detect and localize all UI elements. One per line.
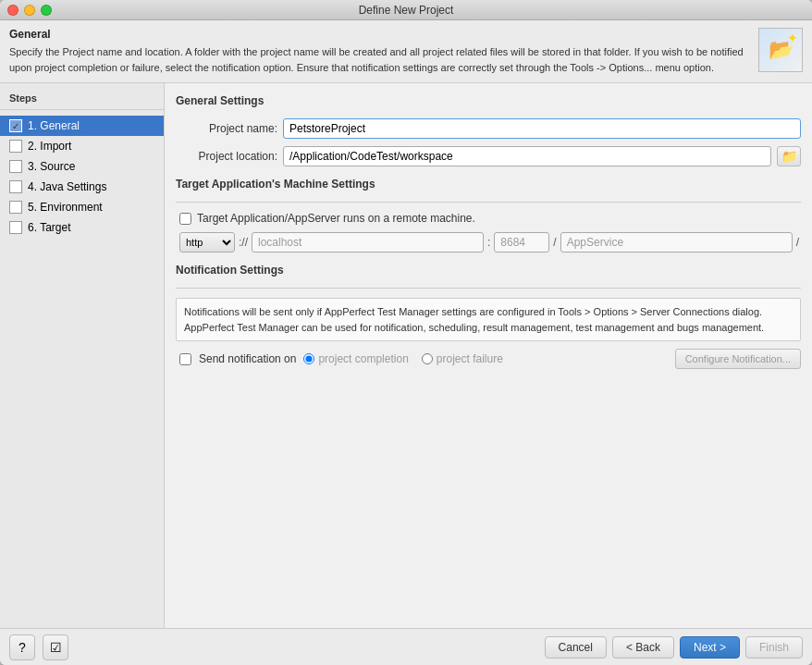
sidebar-title: Steps (0, 92, 164, 110)
notification-settings-title: Notification Settings (176, 264, 801, 278)
step-checkbox-import (9, 140, 22, 153)
target-settings-title: Target Application's Machine Settings (176, 178, 801, 192)
radio-completion-label: project completion (318, 352, 408, 365)
general-settings-title: General Settings (176, 94, 801, 109)
titlebar: Define New Project (0, 0, 812, 20)
footer: ? ☑ Cancel < Back Next > Finish (0, 628, 812, 665)
radio-failure[interactable] (422, 353, 433, 364)
radio-group: project completion project failure (303, 352, 502, 365)
main-content: Steps 1. General 2. Import 3. Source 4. … (0, 83, 812, 628)
browse-folder-button[interactable]: 📁 (777, 146, 801, 166)
info-heading: General (9, 28, 749, 41)
sidebar-item-general[interactable]: 1. General (0, 116, 164, 136)
port-input[interactable] (494, 232, 549, 252)
sidebar-item-java-settings[interactable]: 4. Java Settings (0, 177, 164, 197)
sparkle-icon: ✦ (787, 31, 798, 45)
url-row: http https :// : / / (176, 232, 801, 252)
project-name-row: Project name: (176, 118, 801, 139)
maximize-button[interactable] (41, 5, 52, 16)
window-controls (7, 5, 52, 16)
project-name-input[interactable] (283, 118, 801, 139)
right-panel: General Settings Project name: Project l… (165, 83, 812, 628)
step-checkbox-source (9, 160, 22, 173)
notification-separator (176, 288, 801, 289)
target-separator (176, 202, 801, 203)
step-checkbox-general (9, 119, 22, 132)
project-name-label: Project name: (176, 122, 277, 135)
step-label-target: 6. Target (28, 221, 70, 234)
radio-completion-item: project completion (303, 352, 408, 365)
settings-button[interactable]: ☑ (43, 634, 68, 660)
target-section: Target Application's Machine Settings Ta… (176, 178, 801, 252)
footer-right-buttons: Cancel < Back Next > Finish (545, 636, 803, 659)
window-title: Define New Project (359, 4, 454, 17)
next-button[interactable]: Next > (680, 636, 740, 659)
step-checkbox-java (9, 180, 22, 193)
project-location-row: Project location: 📁 (176, 146, 801, 166)
protocol-select[interactable]: http https (179, 232, 235, 252)
sidebar: Steps 1. General 2. Import 3. Source 4. … (0, 83, 165, 628)
radio-completion[interactable] (303, 353, 314, 364)
remote-machine-checkbox[interactable] (179, 213, 191, 225)
minimize-button[interactable] (24, 5, 35, 16)
back-button[interactable]: < Back (612, 636, 674, 659)
step-label-java: 4. Java Settings (28, 180, 106, 193)
protocol-separator: :// (237, 236, 250, 249)
radio-failure-label: project failure (437, 352, 503, 365)
info-text-block: General Specify the Project name and loc… (9, 28, 749, 75)
info-icon: 📂 ✦ (758, 28, 803, 72)
trailing-slash: / (794, 236, 801, 249)
footer-left-buttons: ? ☑ (9, 634, 68, 660)
remote-machine-label: Target Application/AppServer runs on a r… (197, 212, 475, 225)
notification-section: Notification Settings Notifications will… (176, 264, 801, 369)
step-checkbox-target (9, 221, 22, 234)
step-label-source: 3. Source (28, 160, 75, 173)
info-description: Specify the Project name and location. A… (9, 44, 749, 75)
host-input[interactable] (252, 232, 484, 252)
remote-checkbox-row: Target Application/AppServer runs on a r… (176, 212, 801, 225)
help-button[interactable]: ? (9, 634, 35, 660)
port-separator: : (486, 236, 492, 249)
sidebar-item-environment[interactable]: 5. Environment (0, 197, 164, 217)
service-input[interactable] (560, 232, 793, 252)
step-label-general: 1. General (28, 119, 80, 132)
dialog-window: Define New Project General Specify the P… (0, 0, 812, 665)
step-label-env: 5. Environment (28, 201, 103, 214)
info-area: General Specify the Project name and loc… (0, 20, 812, 83)
notification-info-text: Notifications will be sent only if AppPe… (176, 298, 801, 341)
notification-row: Send notification on project completion … (176, 349, 801, 369)
cancel-button[interactable]: Cancel (545, 636, 607, 659)
close-button[interactable] (7, 5, 18, 16)
configure-notification-button[interactable]: Configure Notification... (675, 349, 801, 369)
step-checkbox-env (9, 201, 22, 214)
path-separator: / (551, 236, 558, 249)
sidebar-item-target[interactable]: 6. Target (0, 217, 164, 238)
send-notification-checkbox[interactable] (179, 353, 191, 365)
sidebar-item-source[interactable]: 3. Source (0, 156, 164, 177)
finish-button[interactable]: Finish (745, 636, 803, 659)
sidebar-item-import[interactable]: 2. Import (0, 136, 164, 156)
radio-failure-item: project failure (422, 352, 503, 365)
project-location-label: Project location: (176, 150, 277, 163)
project-location-input[interactable] (283, 146, 771, 166)
step-label-import: 2. Import (28, 140, 71, 153)
send-notification-label: Send notification on (199, 352, 296, 365)
